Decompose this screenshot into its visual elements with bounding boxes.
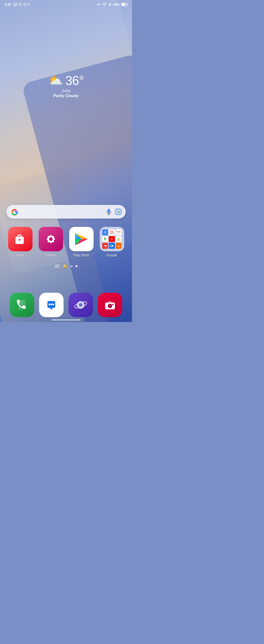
svg-point-41 <box>53 304 54 306</box>
svg-point-22 <box>50 235 52 238</box>
airplane-icon <box>108 2 112 6</box>
gallery-icon <box>39 227 63 251</box>
svg-point-24 <box>46 238 49 240</box>
page-dot-1[interactable] <box>71 265 73 267</box>
weather-temperature: 36° <box>65 73 84 88</box>
svg-point-25 <box>52 238 55 240</box>
time-display: 3:32 <box>5 2 11 6</box>
notification-bell-icon[interactable]: 🔔 <box>62 264 68 269</box>
playstore-icon <box>69 227 94 251</box>
playstore-app[interactable]: Play Store <box>69 227 94 257</box>
svg-point-33 <box>105 238 106 239</box>
weather-icon: ⛅ <box>48 75 63 86</box>
svg-marker-6 <box>97 3 98 5</box>
weather-widget[interactable]: ⛅ 36° Sofia Partly Cloudy <box>48 73 84 98</box>
messages-icon <box>39 293 64 317</box>
clock-status-icon <box>18 2 22 6</box>
browser-icon <box>68 293 93 317</box>
store-icon <box>8 227 33 251</box>
weather-condition: Partly Cloudy <box>48 94 84 98</box>
svg-point-23 <box>50 241 52 244</box>
weather-city: Sofia <box>48 89 84 93</box>
phone-app[interactable] <box>10 293 34 317</box>
messages-app[interactable] <box>39 293 64 317</box>
svg-rect-11 <box>127 4 127 5</box>
svg-point-17 <box>119 212 120 213</box>
playstore-label: Play Store <box>73 253 89 257</box>
battery-percent: 68% <box>113 3 120 6</box>
svg-point-1 <box>15 4 15 4</box>
app-row: Store Gallery <box>0 227 132 257</box>
gallery-status-icon <box>13 2 17 6</box>
svg-point-30 <box>50 238 52 240</box>
alarm-status-icon <box>23 2 27 6</box>
mic-icon[interactable] <box>106 208 112 215</box>
svg-rect-15 <box>115 209 121 215</box>
apps-drawer-icon[interactable] <box>55 265 59 268</box>
svg-rect-37 <box>105 245 106 246</box>
lens-icon[interactable] <box>115 208 122 215</box>
home-bar[interactable] <box>51 319 81 320</box>
svg-point-16 <box>117 211 119 212</box>
google-folder-label: Google <box>106 253 117 257</box>
nav-dots: 🔔 <box>55 264 77 269</box>
svg-point-39 <box>49 304 50 306</box>
notification-dot <box>28 4 29 5</box>
dock <box>0 293 132 317</box>
wifi-icon <box>102 2 107 6</box>
gallery-app[interactable]: Gallery <box>39 227 63 257</box>
svg-point-40 <box>51 304 52 306</box>
battery-icon <box>121 3 127 6</box>
phone-icon <box>10 293 34 317</box>
mute-icon <box>97 2 101 6</box>
page-dot-2[interactable] <box>76 265 77 267</box>
svg-point-31 <box>110 231 113 234</box>
svg-point-49 <box>109 305 111 307</box>
gallery-label: Gallery <box>45 253 56 257</box>
svg-line-5 <box>26 3 27 4</box>
svg-point-45 <box>79 303 83 307</box>
svg-point-9 <box>104 6 105 6</box>
browser-app[interactable] <box>68 293 93 317</box>
google-folder-icon: G <box>100 227 124 251</box>
wallpaper <box>0 0 132 322</box>
google-logo <box>10 207 19 216</box>
store-app[interactable]: Store <box>8 227 33 257</box>
search-bar[interactable] <box>6 205 126 218</box>
status-bar: 3:32 68% <box>0 0 132 9</box>
svg-point-50 <box>112 304 114 305</box>
svg-marker-34 <box>111 238 113 240</box>
svg-line-4 <box>23 3 24 4</box>
svg-marker-36 <box>117 238 119 240</box>
camera-icon <box>98 293 122 317</box>
store-label: Store <box>16 253 24 257</box>
google-folder-app[interactable]: G <box>100 227 124 257</box>
camera-app[interactable] <box>98 293 122 317</box>
svg-rect-12 <box>122 4 125 6</box>
search-right-icons <box>106 208 122 215</box>
